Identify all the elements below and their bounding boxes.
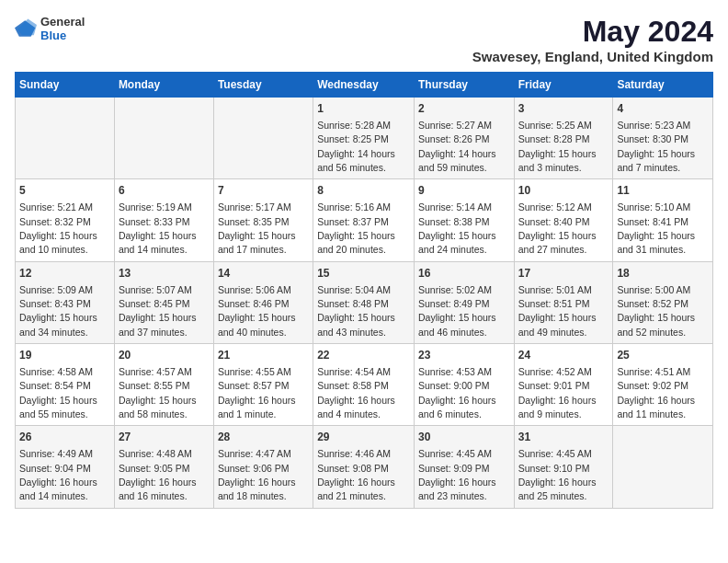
- calendar-cell: 12Sunrise: 5:09 AM Sunset: 8:43 PM Dayli…: [16, 261, 115, 343]
- calendar-cell: 24Sunrise: 4:52 AM Sunset: 9:01 PM Dayli…: [514, 344, 613, 426]
- day-info: Sunrise: 5:00 AM Sunset: 8:52 PM Dayligh…: [617, 284, 695, 338]
- weekday-header: Monday: [114, 73, 213, 98]
- day-info: Sunrise: 4:53 AM Sunset: 9:00 PM Dayligh…: [418, 366, 496, 419]
- day-number: 22: [317, 348, 410, 363]
- calendar-cell: 7Sunrise: 5:17 AM Sunset: 8:35 PM Daylig…: [213, 179, 313, 261]
- day-info: Sunrise: 5:14 AM Sunset: 8:38 PM Dayligh…: [418, 201, 496, 255]
- calendar-cell: 9Sunrise: 5:14 AM Sunset: 8:38 PM Daylig…: [414, 179, 514, 261]
- calendar-cell: 6Sunrise: 5:19 AM Sunset: 8:33 PM Daylig…: [114, 179, 213, 261]
- weekday-header: Sunday: [16, 73, 115, 98]
- calendar-cell: [213, 98, 313, 179]
- calendar-cell: 13Sunrise: 5:07 AM Sunset: 8:45 PM Dayli…: [114, 261, 213, 343]
- title-block: May 2024 Swavesey, England, United Kingd…: [472, 15, 713, 64]
- day-info: Sunrise: 5:06 AM Sunset: 8:46 PM Dayligh…: [218, 284, 296, 338]
- day-info: Sunrise: 5:17 AM Sunset: 8:35 PM Dayligh…: [218, 201, 296, 255]
- calendar-cell: 23Sunrise: 4:53 AM Sunset: 9:00 PM Dayli…: [414, 344, 514, 426]
- day-info: Sunrise: 5:27 AM Sunset: 8:26 PM Dayligh…: [418, 120, 496, 173]
- calendar-cell: 1Sunrise: 5:28 AM Sunset: 8:25 PM Daylig…: [313, 98, 415, 179]
- day-number: 19: [19, 348, 110, 363]
- day-info: Sunrise: 4:57 AM Sunset: 8:55 PM Dayligh…: [119, 366, 197, 419]
- logo: General Blue: [15, 15, 85, 42]
- day-number: 11: [617, 183, 709, 199]
- logo-icon: [15, 17, 37, 40]
- calendar-week-row: 5Sunrise: 5:21 AM Sunset: 8:32 PM Daylig…: [16, 179, 713, 261]
- weekday-header: Saturday: [613, 73, 713, 98]
- calendar-cell: 8Sunrise: 5:16 AM Sunset: 8:37 PM Daylig…: [313, 179, 415, 261]
- day-number: 13: [119, 266, 210, 282]
- calendar-cell: 5Sunrise: 5:21 AM Sunset: 8:32 PM Daylig…: [16, 179, 115, 261]
- weekday-header: Tuesday: [213, 73, 313, 98]
- day-number: 25: [617, 348, 709, 363]
- day-number: 27: [119, 430, 210, 445]
- day-number: 3: [518, 101, 609, 117]
- calendar-cell: 28Sunrise: 4:47 AM Sunset: 9:06 PM Dayli…: [213, 426, 313, 508]
- day-info: Sunrise: 5:28 AM Sunset: 8:25 PM Dayligh…: [317, 120, 395, 173]
- day-number: 14: [218, 266, 309, 282]
- day-number: 5: [19, 183, 110, 199]
- calendar-cell: [613, 426, 713, 508]
- calendar-week-row: 26Sunrise: 4:49 AM Sunset: 9:04 PM Dayli…: [16, 426, 713, 508]
- day-number: 10: [518, 183, 609, 199]
- day-info: Sunrise: 4:54 AM Sunset: 8:58 PM Dayligh…: [317, 366, 395, 419]
- logo-general: General: [40, 15, 85, 29]
- day-info: Sunrise: 5:21 AM Sunset: 8:32 PM Dayligh…: [19, 201, 97, 255]
- day-info: Sunrise: 4:52 AM Sunset: 9:01 PM Dayligh…: [518, 366, 597, 419]
- calendar-cell: 14Sunrise: 5:06 AM Sunset: 8:46 PM Dayli…: [213, 261, 313, 343]
- day-info: Sunrise: 4:47 AM Sunset: 9:06 PM Dayligh…: [218, 448, 296, 501]
- calendar-week-row: 12Sunrise: 5:09 AM Sunset: 8:43 PM Dayli…: [16, 261, 713, 343]
- calendar-cell: 31Sunrise: 4:45 AM Sunset: 9:10 PM Dayli…: [514, 426, 613, 508]
- day-info: Sunrise: 4:51 AM Sunset: 9:02 PM Dayligh…: [617, 366, 695, 419]
- weekday-header: Friday: [514, 73, 613, 98]
- day-info: Sunrise: 5:16 AM Sunset: 8:37 PM Dayligh…: [317, 201, 395, 255]
- day-info: Sunrise: 5:07 AM Sunset: 8:45 PM Dayligh…: [119, 284, 197, 338]
- day-number: 26: [19, 430, 110, 445]
- day-info: Sunrise: 5:25 AM Sunset: 8:28 PM Dayligh…: [518, 120, 597, 173]
- calendar-cell: 21Sunrise: 4:55 AM Sunset: 8:57 PM Dayli…: [213, 344, 313, 426]
- day-info: Sunrise: 5:02 AM Sunset: 8:49 PM Dayligh…: [418, 284, 496, 338]
- calendar-cell: 4Sunrise: 5:23 AM Sunset: 8:30 PM Daylig…: [613, 98, 713, 179]
- day-number: 4: [617, 101, 709, 117]
- day-number: 24: [518, 348, 609, 363]
- month-title: May 2024: [472, 15, 713, 49]
- day-number: 9: [418, 183, 510, 199]
- calendar-cell: 26Sunrise: 4:49 AM Sunset: 9:04 PM Dayli…: [16, 426, 115, 508]
- day-number: 16: [418, 266, 510, 282]
- location: Swavesey, England, United Kingdom: [472, 49, 713, 64]
- page-header: General Blue May 2024 Swavesey, England,…: [15, 15, 713, 64]
- day-info: Sunrise: 5:19 AM Sunset: 8:33 PM Dayligh…: [119, 201, 197, 255]
- day-info: Sunrise: 4:45 AM Sunset: 9:09 PM Dayligh…: [418, 448, 496, 501]
- day-info: Sunrise: 5:10 AM Sunset: 8:41 PM Dayligh…: [617, 201, 695, 255]
- day-number: 30: [418, 430, 510, 445]
- calendar-cell: 22Sunrise: 4:54 AM Sunset: 8:58 PM Dayli…: [313, 344, 415, 426]
- calendar-cell: 10Sunrise: 5:12 AM Sunset: 8:40 PM Dayli…: [514, 179, 613, 261]
- day-number: 2: [418, 101, 510, 117]
- logo-text: General Blue: [40, 15, 85, 42]
- calendar-cell: [114, 98, 213, 179]
- day-info: Sunrise: 4:46 AM Sunset: 9:08 PM Dayligh…: [317, 448, 395, 501]
- day-info: Sunrise: 5:04 AM Sunset: 8:48 PM Dayligh…: [317, 284, 395, 338]
- calendar-table: SundayMondayTuesdayWednesdayThursdayFrid…: [15, 72, 713, 509]
- day-number: 1: [317, 101, 410, 117]
- calendar-cell: 2Sunrise: 5:27 AM Sunset: 8:26 PM Daylig…: [414, 98, 514, 179]
- day-info: Sunrise: 5:23 AM Sunset: 8:30 PM Dayligh…: [617, 120, 695, 173]
- day-number: 21: [218, 348, 309, 363]
- calendar-cell: 19Sunrise: 4:58 AM Sunset: 8:54 PM Dayli…: [16, 344, 115, 426]
- day-info: Sunrise: 4:48 AM Sunset: 9:05 PM Dayligh…: [119, 448, 197, 501]
- calendar-cell: 25Sunrise: 4:51 AM Sunset: 9:02 PM Dayli…: [613, 344, 713, 426]
- calendar-cell: 27Sunrise: 4:48 AM Sunset: 9:05 PM Dayli…: [114, 426, 213, 508]
- day-info: Sunrise: 4:55 AM Sunset: 8:57 PM Dayligh…: [218, 366, 296, 419]
- calendar-cell: 30Sunrise: 4:45 AM Sunset: 9:09 PM Dayli…: [414, 426, 514, 508]
- day-number: 15: [317, 266, 410, 282]
- day-number: 29: [317, 430, 410, 445]
- calendar-cell: [16, 98, 115, 179]
- day-number: 18: [617, 266, 709, 282]
- day-number: 12: [19, 266, 110, 282]
- day-info: Sunrise: 4:49 AM Sunset: 9:04 PM Dayligh…: [19, 448, 97, 501]
- calendar-cell: 20Sunrise: 4:57 AM Sunset: 8:55 PM Dayli…: [114, 344, 213, 426]
- weekday-header-row: SundayMondayTuesdayWednesdayThursdayFrid…: [16, 73, 713, 98]
- day-info: Sunrise: 4:58 AM Sunset: 8:54 PM Dayligh…: [19, 366, 97, 419]
- calendar-cell: 16Sunrise: 5:02 AM Sunset: 8:49 PM Dayli…: [414, 261, 514, 343]
- day-number: 31: [518, 430, 609, 445]
- logo-blue: Blue: [40, 29, 85, 42]
- day-number: 23: [418, 348, 510, 363]
